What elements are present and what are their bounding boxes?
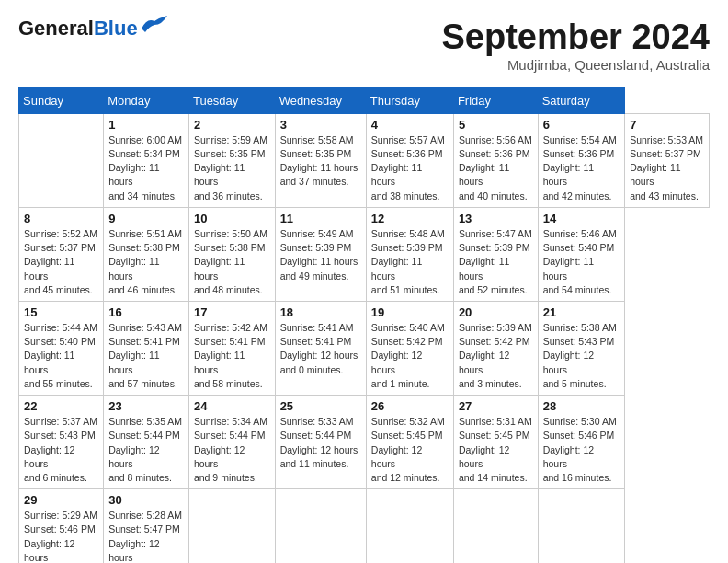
day-info: Sunrise: 5:28 AMSunset: 5:47 PMDaylight:… [108, 509, 184, 563]
calendar-cell [19, 113, 104, 207]
col-header-tuesday: Tuesday [188, 87, 275, 113]
col-header-wednesday: Wednesday [275, 87, 366, 113]
day-info: Sunrise: 5:52 AMSunset: 5:37 PMDaylight:… [24, 227, 98, 297]
calendar-cell: 14Sunrise: 5:46 AMSunset: 5:40 PMDayligh… [538, 207, 624, 301]
calendar-cell [453, 489, 538, 563]
day-number: 25 [280, 399, 361, 413]
day-number: 17 [194, 305, 270, 319]
day-number: 11 [280, 212, 361, 225]
calendar-cell: 10Sunrise: 5:50 AMSunset: 5:38 PMDayligh… [188, 207, 275, 301]
day-number: 28 [543, 399, 620, 413]
day-number: 27 [459, 399, 533, 413]
calendar-cell: 22Sunrise: 5:37 AMSunset: 5:43 PMDayligh… [19, 396, 104, 489]
calendar-cell: 16Sunrise: 5:43 AMSunset: 5:41 PMDayligh… [104, 301, 189, 395]
calendar-cell: 25Sunrise: 5:33 AMSunset: 5:44 PMDayligh… [275, 396, 366, 489]
day-info: Sunrise: 5:41 AMSunset: 5:41 PMDaylight:… [280, 321, 361, 377]
day-number: 21 [543, 305, 620, 319]
calendar-cell: 21Sunrise: 5:38 AMSunset: 5:43 PMDayligh… [538, 301, 624, 395]
logo-text: GeneralBlue [18, 18, 138, 39]
col-header-sunday: Sunday [19, 87, 104, 113]
day-number: 5 [459, 118, 533, 132]
calendar-cell [275, 489, 366, 563]
day-info: Sunrise: 5:49 AMSunset: 5:39 PMDaylight:… [280, 227, 361, 283]
day-info: Sunrise: 5:56 AMSunset: 5:36 PMDaylight:… [459, 133, 533, 203]
calendar-cell [366, 489, 453, 563]
logo-bird-icon [142, 16, 167, 32]
day-info: Sunrise: 5:39 AMSunset: 5:42 PMDaylight:… [459, 321, 533, 391]
calendar-cell: 23Sunrise: 5:35 AMSunset: 5:44 PMDayligh… [104, 396, 189, 489]
day-number: 15 [24, 305, 98, 319]
calendar-cell: 11Sunrise: 5:49 AMSunset: 5:39 PMDayligh… [275, 207, 366, 301]
day-info: Sunrise: 5:38 AMSunset: 5:43 PMDaylight:… [543, 321, 620, 391]
page-header: GeneralBlue September 2024 Mudjimba, Que… [18, 18, 710, 73]
day-number: 1 [108, 118, 184, 132]
calendar-cell [188, 489, 275, 563]
calendar-cell: 5Sunrise: 5:56 AMSunset: 5:36 PMDaylight… [453, 113, 538, 207]
week-row-1: 1Sunrise: 6:00 AMSunset: 5:34 PMDaylight… [19, 113, 710, 207]
day-number: 18 [280, 305, 361, 319]
calendar-cell: 6Sunrise: 5:54 AMSunset: 5:36 PMDaylight… [538, 113, 624, 207]
day-number: 8 [24, 212, 98, 225]
calendar-cell: 3Sunrise: 5:58 AMSunset: 5:35 PMDaylight… [275, 113, 366, 207]
day-number: 22 [24, 399, 98, 413]
calendar-cell: 29Sunrise: 5:29 AMSunset: 5:46 PMDayligh… [19, 489, 104, 563]
day-number: 13 [459, 212, 533, 225]
location-subtitle: Mudjimba, Queensland, Australia [442, 57, 711, 73]
day-info: Sunrise: 5:47 AMSunset: 5:39 PMDaylight:… [459, 227, 533, 297]
week-row-2: 8Sunrise: 5:52 AMSunset: 5:37 PMDaylight… [19, 207, 710, 301]
day-info: Sunrise: 5:29 AMSunset: 5:46 PMDaylight:… [24, 509, 98, 563]
col-header-thursday: Thursday [366, 87, 453, 113]
day-info: Sunrise: 5:50 AMSunset: 5:38 PMDaylight:… [194, 227, 270, 297]
calendar-cell: 7Sunrise: 5:53 AMSunset: 5:37 PMDaylight… [625, 113, 710, 207]
week-row-5: 29Sunrise: 5:29 AMSunset: 5:46 PMDayligh… [19, 489, 710, 563]
day-info: Sunrise: 5:54 AMSunset: 5:36 PMDaylight:… [543, 133, 620, 203]
calendar-cell [538, 489, 624, 563]
day-info: Sunrise: 5:44 AMSunset: 5:40 PMDaylight:… [24, 321, 98, 391]
day-info: Sunrise: 5:37 AMSunset: 5:43 PMDaylight:… [24, 415, 98, 485]
day-info: Sunrise: 5:53 AMSunset: 5:37 PMDaylight:… [630, 133, 704, 203]
day-info: Sunrise: 6:00 AMSunset: 5:34 PMDaylight:… [108, 133, 184, 203]
calendar-cell: 26Sunrise: 5:32 AMSunset: 5:45 PMDayligh… [366, 396, 453, 489]
day-info: Sunrise: 5:31 AMSunset: 5:45 PMDaylight:… [459, 415, 533, 485]
calendar-cell: 17Sunrise: 5:42 AMSunset: 5:41 PMDayligh… [188, 301, 275, 395]
day-info: Sunrise: 5:58 AMSunset: 5:35 PMDaylight:… [280, 133, 361, 190]
week-row-3: 15Sunrise: 5:44 AMSunset: 5:40 PMDayligh… [19, 301, 710, 395]
day-info: Sunrise: 5:34 AMSunset: 5:44 PMDaylight:… [194, 415, 270, 485]
day-number: 3 [280, 118, 361, 132]
day-info: Sunrise: 5:57 AMSunset: 5:36 PMDaylight:… [371, 133, 449, 203]
calendar-header-row: SundayMondayTuesdayWednesdayThursdayFrid… [19, 87, 710, 113]
calendar-cell: 30Sunrise: 5:28 AMSunset: 5:47 PMDayligh… [104, 489, 189, 563]
calendar-cell: 1Sunrise: 6:00 AMSunset: 5:34 PMDaylight… [104, 113, 189, 207]
calendar-cell: 24Sunrise: 5:34 AMSunset: 5:44 PMDayligh… [188, 396, 275, 489]
day-number: 14 [543, 212, 620, 225]
day-number: 10 [194, 212, 270, 225]
calendar-cell: 4Sunrise: 5:57 AMSunset: 5:36 PMDaylight… [366, 113, 453, 207]
day-info: Sunrise: 5:43 AMSunset: 5:41 PMDaylight:… [108, 321, 184, 391]
day-info: Sunrise: 5:59 AMSunset: 5:35 PMDaylight:… [194, 133, 270, 203]
day-number: 6 [543, 118, 620, 132]
day-info: Sunrise: 5:35 AMSunset: 5:44 PMDaylight:… [108, 415, 184, 485]
day-info: Sunrise: 5:42 AMSunset: 5:41 PMDaylight:… [194, 321, 270, 391]
calendar-cell: 27Sunrise: 5:31 AMSunset: 5:45 PMDayligh… [453, 396, 538, 489]
calendar-table: SundayMondayTuesdayWednesdayThursdayFrid… [18, 87, 710, 563]
day-number: 9 [108, 212, 184, 225]
title-block: September 2024 Mudjimba, Queensland, Aus… [442, 18, 711, 73]
day-number: 4 [371, 118, 449, 132]
day-info: Sunrise: 5:40 AMSunset: 5:42 PMDaylight:… [371, 321, 449, 391]
col-header-friday: Friday [453, 87, 538, 113]
day-number: 24 [194, 399, 270, 413]
calendar-cell: 19Sunrise: 5:40 AMSunset: 5:42 PMDayligh… [366, 301, 453, 395]
day-info: Sunrise: 5:33 AMSunset: 5:44 PMDaylight:… [280, 415, 361, 471]
day-info: Sunrise: 5:30 AMSunset: 5:46 PMDaylight:… [543, 415, 620, 485]
calendar-cell: 8Sunrise: 5:52 AMSunset: 5:37 PMDaylight… [19, 207, 104, 301]
day-number: 26 [371, 399, 449, 413]
calendar-cell: 2Sunrise: 5:59 AMSunset: 5:35 PMDaylight… [188, 113, 275, 207]
day-number: 30 [108, 493, 184, 507]
calendar-cell: 28Sunrise: 5:30 AMSunset: 5:46 PMDayligh… [538, 396, 624, 489]
day-number: 12 [371, 212, 449, 225]
calendar-cell: 18Sunrise: 5:41 AMSunset: 5:41 PMDayligh… [275, 301, 366, 395]
calendar-cell: 20Sunrise: 5:39 AMSunset: 5:42 PMDayligh… [453, 301, 538, 395]
day-info: Sunrise: 5:51 AMSunset: 5:38 PMDaylight:… [108, 227, 184, 297]
week-row-4: 22Sunrise: 5:37 AMSunset: 5:43 PMDayligh… [19, 396, 710, 489]
day-number: 7 [630, 118, 704, 132]
